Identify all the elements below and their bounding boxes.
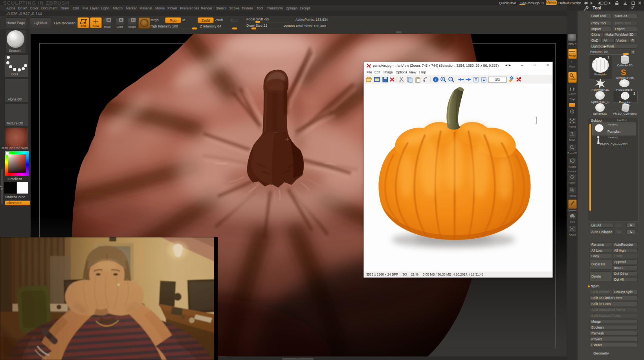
svg-text:3/3: 3/3 [495, 78, 500, 82]
